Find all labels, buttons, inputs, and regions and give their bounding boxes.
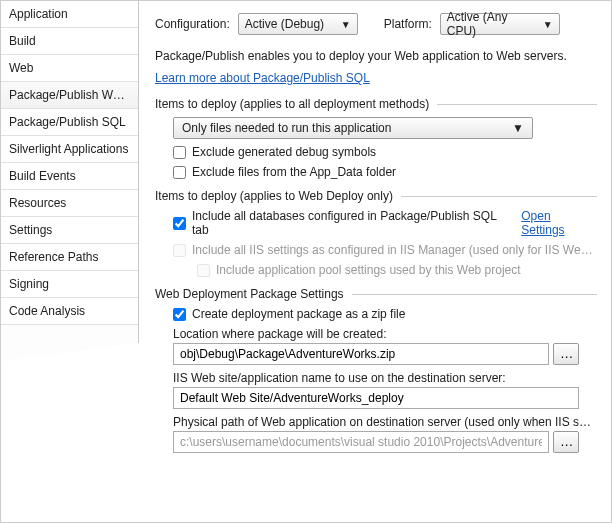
create-zip-label: Create deployment package as a zip file <box>192 307 405 321</box>
platform-value: Active (Any CPU) <box>447 10 533 38</box>
configuration-dropdown[interactable]: Active (Debug) ▼ <box>238 13 358 35</box>
exclude-appdata-label: Exclude files from the App_Data folder <box>192 165 396 179</box>
sidebar-item-build[interactable]: Build <box>1 28 138 55</box>
include-iis-label: Include all IIS settings as configured i… <box>192 243 597 257</box>
sidebar-item-build-events[interactable]: Build Events <box>1 163 138 190</box>
include-apppool-checkbox <box>197 264 210 277</box>
include-apppool-label: Include application pool settings used b… <box>216 263 521 277</box>
divider <box>352 294 597 295</box>
sidebar-item-package-publish-web[interactable]: Package/Publish Web* <box>1 82 138 109</box>
section-items-webdeploy-title: Items to deploy (applies to Web Deploy o… <box>155 189 393 203</box>
sidebar-item-reference-paths[interactable]: Reference Paths <box>1 244 138 271</box>
location-browse-button[interactable]: … <box>553 343 579 365</box>
location-input[interactable] <box>173 343 549 365</box>
exclude-debug-label: Exclude generated debug symbols <box>192 145 376 159</box>
sidebar-item-web[interactable]: Web <box>1 55 138 82</box>
sidebar-item-settings[interactable]: Settings <box>1 217 138 244</box>
description-text: Package/Publish enables you to deploy yo… <box>155 47 597 65</box>
location-label: Location where package will be created: <box>173 327 597 341</box>
platform-label: Platform: <box>384 17 432 31</box>
exclude-debug-checkbox[interactable] <box>173 146 186 159</box>
sidebar-item-silverlight-applications[interactable]: Silverlight Applications <box>1 136 138 163</box>
include-databases-checkbox[interactable] <box>173 217 186 230</box>
section-items-all-title: Items to deploy (applies to all deployme… <box>155 97 429 111</box>
include-databases-label: Include all databases configured in Pack… <box>192 209 515 237</box>
main-panel: Configuration: Active (Debug) ▼ Platform… <box>139 1 611 522</box>
divider <box>437 104 597 105</box>
sidebar-item-application[interactable]: Application <box>1 1 138 28</box>
physical-path-input <box>173 431 549 453</box>
physical-path-browse-button[interactable]: … <box>553 431 579 453</box>
sidebar-item-code-analysis[interactable]: Code Analysis <box>1 298 138 325</box>
include-iis-checkbox <box>173 244 186 257</box>
section-web-deployment-title: Web Deployment Package Settings <box>155 287 344 301</box>
chevron-down-icon: ▼ <box>512 121 524 135</box>
create-zip-checkbox[interactable] <box>173 308 186 321</box>
items-to-deploy-dropdown[interactable]: Only files needed to run this applicatio… <box>173 117 533 139</box>
items-to-deploy-value: Only files needed to run this applicatio… <box>182 121 391 135</box>
physical-path-label: Physical path of Web application on dest… <box>173 415 593 429</box>
divider <box>401 196 597 197</box>
platform-dropdown[interactable]: Active (Any CPU) ▼ <box>440 13 560 35</box>
configuration-value: Active (Debug) <box>245 17 324 31</box>
chevron-down-icon: ▼ <box>341 19 351 30</box>
sidebar-item-resources[interactable]: Resources <box>1 190 138 217</box>
sidebar: Application Build Web Package/Publish We… <box>1 1 139 522</box>
site-name-label: IIS Web site/application name to use on … <box>173 371 597 385</box>
open-settings-link[interactable]: Open Settings <box>521 209 597 237</box>
exclude-appdata-checkbox[interactable] <box>173 166 186 179</box>
configuration-label: Configuration: <box>155 17 230 31</box>
chevron-down-icon: ▼ <box>543 19 553 30</box>
sidebar-item-signing[interactable]: Signing <box>1 271 138 298</box>
site-name-input[interactable] <box>173 387 579 409</box>
learn-more-link[interactable]: Learn more about Package/Publish SQL <box>155 71 370 85</box>
sidebar-item-package-publish-sql[interactable]: Package/Publish SQL <box>1 109 138 136</box>
